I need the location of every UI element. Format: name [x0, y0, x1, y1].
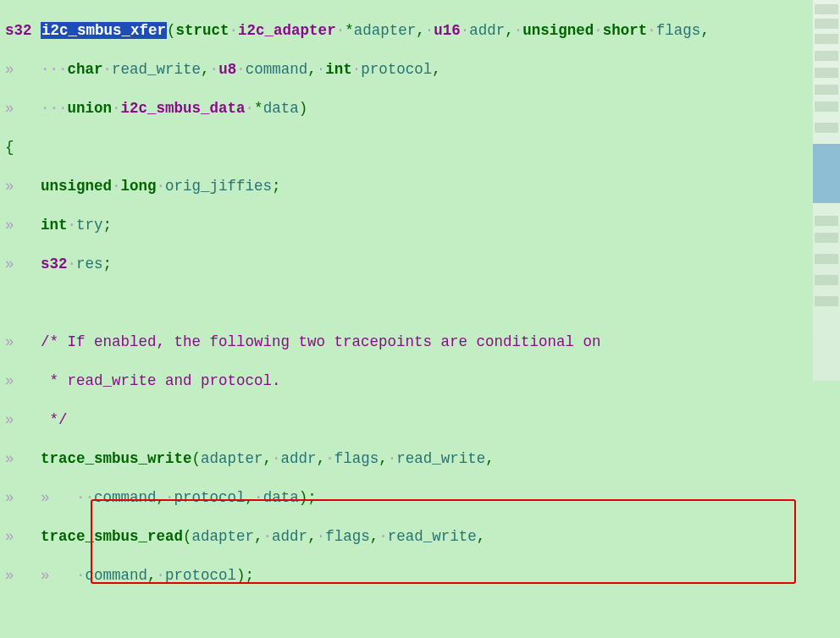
code-line [5, 605, 840, 624]
code-line: » ···char·read_write,·u8·command,·int·pr… [5, 60, 840, 80]
code-line: » s32·res; [5, 255, 840, 274]
code-line: { [5, 138, 840, 157]
code-line [5, 294, 840, 313]
code-line: » trace_smbus_write(adapter,·addr,·flags… [5, 449, 840, 469]
code-line: » ···union·i2c_smbus_data·*data) [5, 99, 840, 118]
code-editor[interactable]: s32 i2c_smbus_xfer(struct·i2c_adapter·*a… [0, 0, 840, 638]
code-line: » */ [5, 410, 840, 430]
code-line: » * read_write and protocol. [5, 371, 840, 391]
minimap[interactable] [813, 0, 840, 381]
highlighted-function-name: i2c_smbus_xfer [41, 22, 167, 39]
code-line: » » ·command,·protocol); [5, 566, 840, 586]
code-line: » » ··command,·protocol,·data); [5, 488, 840, 508]
code-line: » unsigned·long·orig_jiffies; [5, 177, 840, 196]
minimap-viewport[interactable] [813, 144, 840, 203]
code-line: s32 i2c_smbus_xfer(struct·i2c_adapter·*a… [5, 21, 840, 41]
code-line: » /* If enabled, the following two trace… [5, 333, 840, 352]
code-line: » trace_smbus_read(adapter,·addr,·flags,… [5, 527, 840, 547]
code-line: » int·try; [5, 216, 840, 235]
